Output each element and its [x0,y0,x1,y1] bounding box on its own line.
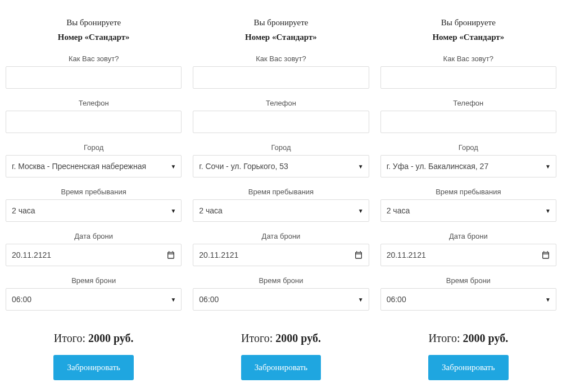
book-button[interactable]: Забронировать [241,355,321,380]
name-label: Как Вас зовут? [193,54,369,63]
duration-label: Время пребывания [6,188,182,196]
phone-input[interactable] [380,111,556,133]
heading-line2: Номер «Стандарт» [6,30,182,45]
total-currency: руб. [488,332,509,344]
name-label: Как Вас зовут? [6,54,182,63]
time-label: Время брони [6,276,182,285]
name-input[interactable] [6,66,182,89]
heading-line1: Вы бронируете [6,16,182,30]
heading-line2: Номер «Стандарт» [193,30,369,45]
date-value: 20.11.2121 [387,250,426,259]
duration-label: Время пребывания [380,188,556,196]
city-label: Город [380,143,556,152]
total-label: Итого: [54,332,85,344]
phone-label: Телефон [193,99,369,107]
duration-select[interactable]: 2 часа [193,199,369,222]
date-value: 20.11.2121 [199,250,238,259]
date-input[interactable]: 20.11.2121 [380,244,556,266]
book-button[interactable]: Забронировать [53,355,133,380]
city-select[interactable]: г. Уфа - ул. Бакалинская, 27 [380,155,556,177]
phone-label: Телефон [6,99,182,107]
phone-input[interactable] [6,111,182,133]
form-heading: Вы бронируете Номер «Стандарт» [193,16,369,44]
calendar-icon [166,250,175,259]
duration-label: Время пребывания [193,188,369,196]
booking-forms-row: Вы бронируете Номер «Стандарт» Как Вас з… [0,0,562,380]
total-line: Итого: 2000 руб. [193,332,369,345]
date-input[interactable]: 20.11.2121 [6,244,182,266]
booking-form-3: Вы бронируете Номер «Стандарт» Как Вас з… [380,0,556,380]
calendar-icon [541,250,550,259]
date-label: Дата брони [380,232,556,240]
city-select[interactable]: г. Москва - Пресненская набережная [6,155,182,177]
date-label: Дата брони [6,232,182,240]
date-input[interactable]: 20.11.2121 [193,244,369,266]
heading-line1: Вы бронируете [193,16,369,30]
phone-input[interactable] [193,111,369,133]
total-label: Итого: [428,332,460,344]
book-button[interactable]: Забронировать [428,355,508,380]
total-currency: руб. [114,332,134,344]
city-select[interactable]: г. Сочи - ул. Горького, 53 [193,155,369,177]
heading-line1: Вы бронируете [380,16,556,30]
city-label: Город [6,143,182,152]
phone-label: Телефон [380,99,556,107]
time-select[interactable]: 06:00 [193,288,369,311]
total-line: Итого: 2000 руб. [380,332,556,345]
name-label: Как Вас зовут? [380,54,556,63]
name-input[interactable] [380,66,556,89]
heading-line2: Номер «Стандарт» [380,30,556,45]
city-label: Город [193,143,369,152]
time-select[interactable]: 06:00 [380,288,556,311]
name-input[interactable] [193,66,369,89]
time-label: Время брони [193,276,369,285]
total-amount: 2000 [275,332,298,344]
calendar-icon [354,250,363,259]
booking-form-1: Вы бронируете Номер «Стандарт» Как Вас з… [6,0,182,380]
duration-select[interactable]: 2 часа [380,199,556,222]
form-heading: Вы бронируете Номер «Стандарт» [6,16,182,44]
time-label: Время брони [380,276,556,285]
duration-select[interactable]: 2 часа [6,199,182,222]
total-currency: руб. [301,332,321,344]
form-heading: Вы бронируете Номер «Стандарт» [380,16,556,44]
total-label: Итого: [241,332,273,344]
booking-form-2: Вы бронируете Номер «Стандарт» Как Вас з… [193,0,369,380]
date-value: 20.11.2121 [12,250,51,259]
total-amount: 2000 [463,332,486,344]
date-label: Дата брони [193,232,369,240]
total-amount: 2000 [88,332,111,344]
time-select[interactable]: 06:00 [6,288,182,311]
total-line: Итого: 2000 руб. [6,332,182,345]
